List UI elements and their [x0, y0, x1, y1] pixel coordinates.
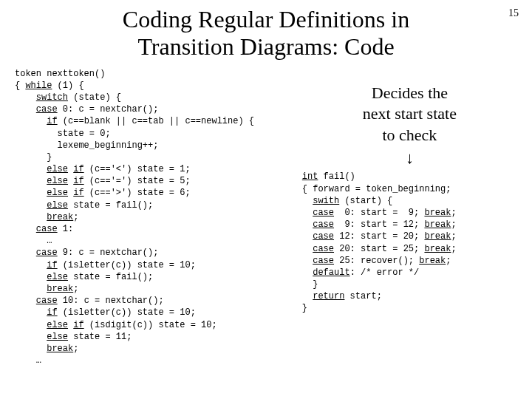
- note-line-2: next start state: [363, 104, 457, 123]
- content-area: token nexttoken() { while (1) { switch (…: [15, 68, 517, 367]
- title-line-2: Transition Diagrams: Code: [137, 33, 394, 60]
- page-number: 15: [508, 7, 519, 19]
- code-right: int fail() { forward = token_beginning; …: [302, 171, 517, 314]
- annotation-note: Decides the next start state to check: [302, 83, 517, 146]
- right-column: Decides the next start state to check ↓ …: [296, 68, 517, 315]
- code-left: token nexttoken() { while (1) { switch (…: [15, 68, 296, 367]
- note-line-3: to check: [382, 126, 437, 144]
- title-line-1: Coding Regular Definitions in: [123, 6, 409, 33]
- note-line-1: Decides the: [372, 83, 448, 102]
- slide-title: Coding Regular Definitions in Transition…: [15, 6, 517, 61]
- arrow-down-icon: ↓: [302, 150, 517, 166]
